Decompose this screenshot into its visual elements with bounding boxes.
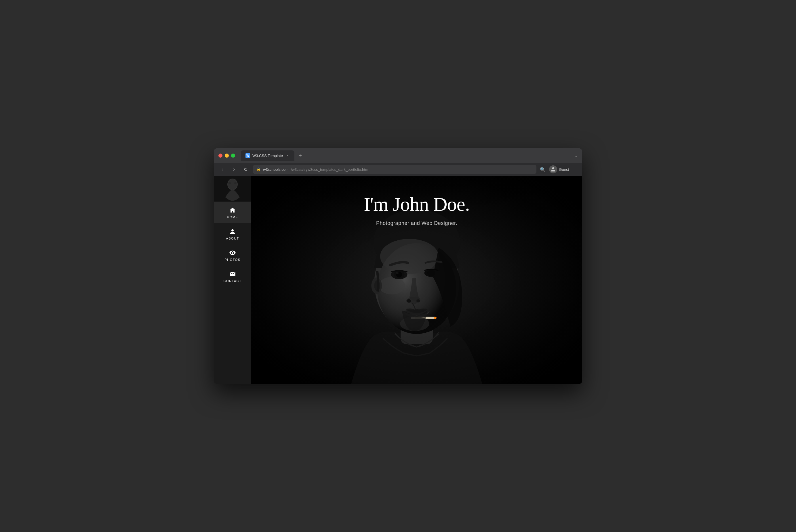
sidebar-item-about[interactable]: ABOUT — [214, 223, 251, 244]
eye-icon — [229, 249, 236, 256]
tab-close-button[interactable]: × — [285, 153, 290, 158]
new-tab-button[interactable]: + — [296, 151, 305, 160]
svg-point-4 — [228, 179, 237, 190]
sidebar-item-photos[interactable]: PHOTOS — [214, 244, 251, 265]
tab-bar: W W3.CSS Template × + — [241, 150, 570, 161]
sidebar-item-contact[interactable]: CONTACT — [214, 265, 251, 287]
user-section[interactable]: Guest — [549, 165, 569, 173]
url-path: /w3css/tryw3css_templates_dark_portfolio… — [291, 167, 368, 172]
hero-subtitle: Photographer and Web Designer. — [251, 220, 582, 226]
address-bar-actions: 🔍 Guest ⋮ — [540, 165, 578, 173]
guest-label: Guest — [559, 167, 569, 172]
forward-button[interactable]: › — [230, 165, 238, 173]
tab-title: W3.CSS Template — [253, 154, 283, 158]
hero-title: I'm John Doe. — [251, 193, 582, 216]
user-avatar-icon — [549, 165, 557, 173]
lock-icon: 🔒 — [256, 167, 261, 171]
contact-label: CONTACT — [224, 279, 242, 283]
tab-favicon: W — [245, 153, 250, 158]
sidebar: HOME ABOUT PHOTOS — [214, 176, 251, 384]
sidebar-avatar — [214, 176, 251, 202]
window-chevron[interactable]: ⌄ — [574, 153, 578, 158]
maximize-traffic-light[interactable] — [231, 154, 235, 157]
home-label: HOME — [227, 215, 238, 219]
close-traffic-light[interactable] — [218, 154, 222, 157]
active-tab[interactable]: W W3.CSS Template × — [241, 150, 294, 161]
envelope-icon — [229, 271, 236, 278]
main-content: I'm John Doe. Photographer and Web Desig… — [251, 176, 582, 384]
traffic-lights — [218, 154, 235, 157]
avatar-image — [214, 176, 251, 202]
title-bar-right: ⌄ — [574, 153, 578, 158]
about-label: ABOUT — [226, 237, 239, 240]
url-bar[interactable]: 🔒 w3schools.com /w3css/tryw3css_template… — [253, 165, 536, 174]
url-domain: w3schools.com — [263, 167, 289, 172]
browser-content: HOME ABOUT PHOTOS — [214, 176, 582, 384]
title-bar: W W3.CSS Template × + ⌄ — [214, 148, 582, 163]
photos-label: PHOTOS — [224, 258, 240, 261]
hero-text-section: I'm John Doe. Photographer and Web Desig… — [251, 193, 582, 226]
minimize-traffic-light[interactable] — [225, 154, 229, 157]
person-icon — [229, 228, 236, 235]
sidebar-item-home[interactable]: HOME — [214, 202, 251, 223]
home-icon — [229, 207, 236, 214]
search-button[interactable]: 🔍 — [540, 167, 545, 172]
back-button[interactable]: ‹ — [218, 165, 226, 173]
refresh-button[interactable]: ↻ — [241, 165, 249, 173]
browser-window: W W3.CSS Template × + ⌄ ‹ › ↻ 🔒 w3school… — [214, 148, 582, 384]
more-options-button[interactable]: ⋮ — [572, 166, 578, 173]
address-bar: ‹ › ↻ 🔒 w3schools.com /w3css/tryw3css_te… — [214, 163, 582, 176]
